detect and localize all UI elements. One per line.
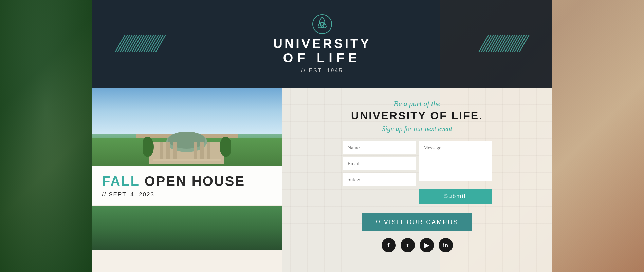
- site-header: UNIVERSITY OF LIFE // EST. 1945: [92, 0, 552, 88]
- header-title-of-life: OF LIFE: [283, 51, 361, 65]
- subject-input[interactable]: [343, 173, 416, 186]
- message-input[interactable]: [419, 141, 492, 181]
- svg-rect-8: [200, 142, 204, 159]
- event-date-value: SEPT. 4, 2023: [106, 191, 154, 198]
- visit-campus-button[interactable]: // VISIT OUR CAMPUS: [362, 213, 472, 231]
- header-established: // EST. 1945: [301, 67, 343, 74]
- submit-button[interactable]: Submit: [419, 189, 492, 204]
- svg-rect-11: [149, 161, 224, 164]
- header-decorative-lines-right: [482, 35, 525, 52]
- svg-rect-10: [153, 159, 221, 161]
- campus-photo: [92, 88, 282, 166]
- header-title-university: UNIVERSITY: [273, 37, 371, 51]
- campus-building-illustration: [143, 118, 231, 166]
- submit-spacer: [343, 189, 416, 204]
- signup-panel: Be a part of the UNIVERSITY OF LIFE. Sig…: [282, 88, 552, 272]
- signup-intro: Be a part of the: [394, 99, 440, 108]
- social-icons-row: f t ▶ in: [382, 238, 453, 252]
- event-date: // SEPT. 4, 2023: [102, 191, 272, 198]
- svg-rect-6: [173, 142, 177, 159]
- facebook-icon[interactable]: f: [382, 238, 396, 252]
- event-title: FALL OPEN HOUSE: [102, 174, 272, 189]
- signup-form: Submit: [343, 141, 492, 204]
- svg-rect-9: [207, 142, 210, 159]
- header-decorative-lines-left: [119, 35, 162, 52]
- youtube-icon[interactable]: ▶: [420, 238, 434, 252]
- signup-subtitle: Sign up for our next event: [382, 125, 452, 133]
- event-title-rest: OPEN HOUSE: [140, 174, 245, 189]
- twitter-icon[interactable]: t: [401, 238, 415, 252]
- event-title-fall: FALL: [102, 174, 140, 189]
- signup-title: UNIVERSITY OF LIFE.: [351, 110, 483, 122]
- svg-rect-4: [160, 142, 163, 159]
- bg-left-panel: [0, 0, 92, 272]
- university-logo-icon: [312, 14, 332, 34]
- bottom-photo-strip: [92, 206, 282, 250]
- main-content: FALL OPEN HOUSE // SEPT. 4, 2023 Be a pa…: [92, 88, 552, 272]
- event-panel: FALL OPEN HOUSE // SEPT. 4, 2023: [92, 88, 282, 272]
- name-input[interactable]: [343, 141, 416, 154]
- page-wrapper: UNIVERSITY OF LIFE // EST. 1945: [92, 0, 552, 272]
- email-input[interactable]: [343, 157, 416, 170]
- event-info: FALL OPEN HOUSE // SEPT. 4, 2023: [92, 166, 282, 205]
- linkedin-icon[interactable]: in: [439, 238, 453, 252]
- svg-rect-5: [166, 142, 170, 159]
- svg-rect-7: [194, 142, 197, 159]
- event-date-prefix: //: [102, 191, 106, 198]
